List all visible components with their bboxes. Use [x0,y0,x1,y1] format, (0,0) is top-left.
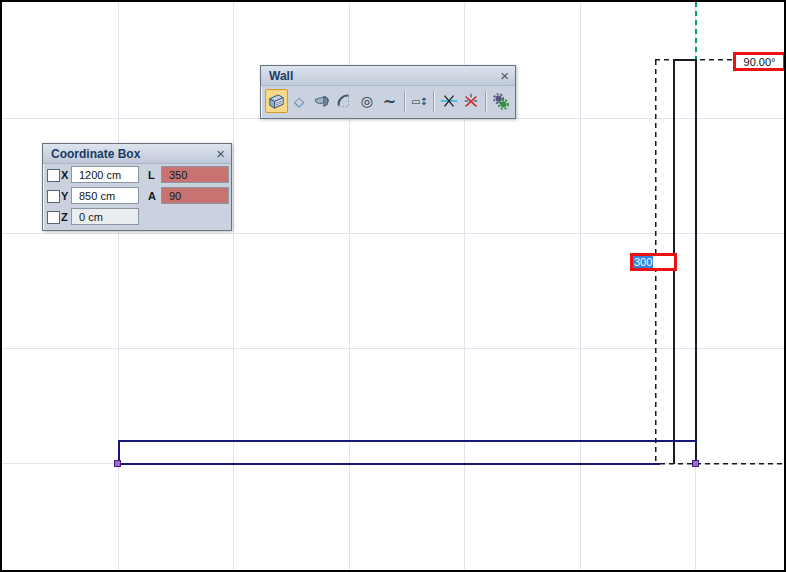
wall-toolbar: Wall × ◇ ◎ ~ ▭↕ [260,65,516,119]
wall-toolbar-title: Wall [269,69,293,83]
grid-line [580,2,581,570]
y-label: Y [61,190,68,202]
corner-wall-glyph [313,92,331,110]
coordinate-box: Coordinate Box × X L Y A Z [42,143,232,231]
wall-toolbar-buttons: ◇ ◎ ~ ▭↕ [261,86,515,115]
length-input-selected-text: 300 [633,256,653,268]
toolbar-separator [404,91,405,112]
intersection-icon[interactable] [437,89,460,113]
straight-wall-glyph [267,92,286,111]
x-label: X [61,169,68,181]
angle-field[interactable] [161,187,229,204]
break-wall-glyph [462,92,480,110]
z-lock-checkbox[interactable] [47,211,60,224]
wall-top-cap-edge[interactable] [673,59,697,61]
curved-wall-icon[interactable] [333,89,356,113]
settings-gears-icon[interactable] [489,89,512,113]
grid-line [2,233,784,234]
circular-wall-icon[interactable]: ◎ [355,89,378,113]
x-input[interactable] [71,166,139,183]
curved-wall-glyph [335,92,353,110]
toolbar-separator [485,91,486,112]
toolbar-separator [433,91,434,112]
chained-wall-icon[interactable]: ◇ [288,89,311,113]
spline-wall-icon[interactable]: ~ [378,89,401,113]
straight-wall-icon[interactable] [265,89,288,113]
grid-line [233,2,234,570]
settings-gears-glyph [491,92,510,111]
grid-line [2,348,784,349]
length-input[interactable]: 300 [630,253,677,271]
wall-height-icon[interactable]: ▭↕ [408,89,431,113]
l-label: L [148,169,155,181]
reference-extension-dashed-line [660,463,784,465]
wall-right-edge[interactable] [695,59,697,464]
wall-node-handle[interactable] [692,460,699,467]
y-input[interactable] [71,187,139,204]
coordinate-box-titlebar[interactable]: Coordinate Box × [43,144,231,164]
grid-line [118,2,119,570]
y-lock-checkbox[interactable] [47,190,60,203]
length-field[interactable] [161,166,229,183]
z-label: Z [61,211,68,223]
bottom-wall-reference-edge[interactable] [118,463,660,465]
break-wall-icon[interactable] [460,89,483,113]
z-input[interactable] [71,208,139,225]
wall-toolbar-titlebar[interactable]: Wall × [261,66,515,86]
angle-readout-value: 90.00° [744,56,776,68]
corner-wall-icon[interactable] [310,89,333,113]
x-lock-checkbox[interactable] [47,169,60,182]
bottom-wall-top-edge[interactable] [118,440,697,442]
a-label: A [148,190,156,202]
snap-guide-green-dashed-line [695,2,697,60]
coordinate-box-title: Coordinate Box [51,147,140,161]
intersection-glyph [440,92,458,110]
close-icon[interactable]: × [500,69,509,82]
wall-node-handle[interactable] [114,460,121,467]
close-icon[interactable]: × [216,147,225,160]
angle-readout: 90.00° [733,52,786,71]
